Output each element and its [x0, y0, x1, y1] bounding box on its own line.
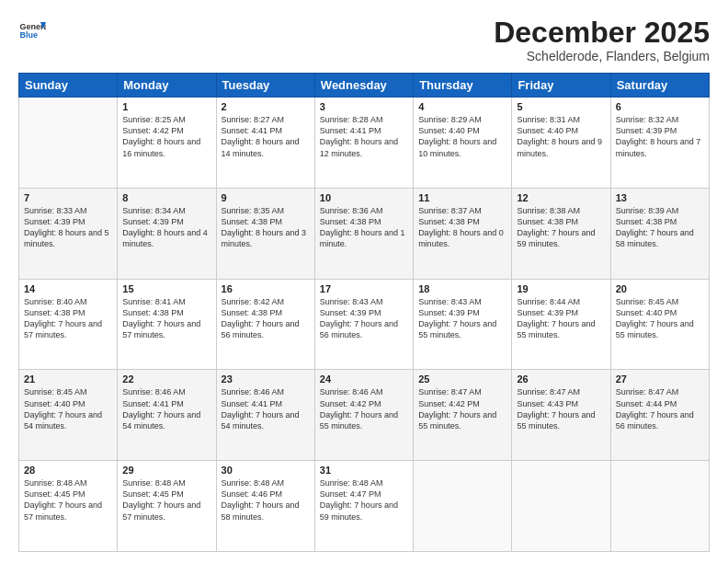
- day-number: 14: [24, 283, 112, 294]
- day-info: Sunrise: 8:48 AMSunset: 4:45 PMDaylight:…: [122, 477, 210, 523]
- day-number: 2: [222, 101, 310, 112]
- svg-text:Blue: Blue: [20, 30, 39, 40]
- day-info: Sunrise: 8:38 AMSunset: 4:38 PMDaylight:…: [517, 205, 605, 250]
- cell-1-4: 11Sunrise: 8:37 AMSunset: 4:38 PMDayligh…: [414, 188, 512, 279]
- cell-4-3: 31Sunrise: 8:48 AMSunset: 4:47 PMDayligh…: [314, 461, 413, 552]
- day-info: Sunrise: 8:43 AMSunset: 4:39 PMDaylight:…: [320, 296, 408, 341]
- cell-2-6: 20Sunrise: 8:45 AMSunset: 4:40 PMDayligh…: [610, 279, 709, 370]
- calendar-table: Sunday Monday Tuesday Wednesday Thursday…: [18, 73, 710, 552]
- day-number: 30: [222, 465, 310, 476]
- cell-2-0: 14Sunrise: 8:40 AMSunset: 4:38 PMDayligh…: [19, 279, 118, 370]
- day-number: 7: [24, 192, 112, 203]
- cell-1-2: 9Sunrise: 8:35 AMSunset: 4:38 PMDaylight…: [216, 188, 314, 279]
- day-info: Sunrise: 8:47 AMSunset: 4:44 PMDaylight:…: [616, 386, 704, 431]
- weekday-header-row: Sunday Monday Tuesday Wednesday Thursday…: [19, 74, 710, 98]
- cell-4-0: 28Sunrise: 8:48 AMSunset: 4:45 PMDayligh…: [19, 461, 118, 552]
- day-info: Sunrise: 8:40 AMSunset: 4:38 PMDaylight:…: [24, 296, 112, 341]
- header-friday: Friday: [512, 74, 610, 98]
- day-info: Sunrise: 8:36 AMSunset: 4:38 PMDaylight:…: [320, 205, 408, 250]
- day-info: Sunrise: 8:47 AMSunset: 4:43 PMDaylight:…: [517, 386, 605, 431]
- week-row-2: 14Sunrise: 8:40 AMSunset: 4:38 PMDayligh…: [19, 279, 710, 370]
- cell-3-2: 23Sunrise: 8:46 AMSunset: 4:41 PMDayligh…: [216, 370, 314, 461]
- day-info: Sunrise: 8:48 AMSunset: 4:45 PMDaylight:…: [24, 477, 112, 523]
- day-number: 18: [418, 283, 506, 294]
- day-number: 16: [222, 283, 310, 294]
- header-sunday: Sunday: [19, 74, 118, 98]
- day-number: 31: [320, 465, 408, 476]
- logo: General Blue: [18, 17, 46, 44]
- day-number: 13: [616, 192, 704, 203]
- cell-0-1: 1Sunrise: 8:25 AMSunset: 4:42 PMDaylight…: [118, 98, 216, 189]
- day-number: 20: [616, 283, 704, 294]
- week-row-3: 21Sunrise: 8:45 AMSunset: 4:40 PMDayligh…: [19, 370, 710, 461]
- day-info: Sunrise: 8:29 AMSunset: 4:40 PMDaylight:…: [418, 114, 506, 159]
- header: General Blue December 2025 Schelderode, …: [18, 17, 710, 63]
- week-row-0: 1Sunrise: 8:25 AMSunset: 4:42 PMDaylight…: [19, 98, 710, 189]
- day-info: Sunrise: 8:39 AMSunset: 4:38 PMDaylight:…: [616, 205, 704, 250]
- month-title: December 2025: [494, 17, 710, 49]
- day-number: 17: [320, 283, 408, 294]
- location-title: Schelderode, Flanders, Belgium: [494, 49, 710, 63]
- cell-0-6: 6Sunrise: 8:32 AMSunset: 4:39 PMDaylight…: [610, 98, 709, 189]
- day-info: Sunrise: 8:47 AMSunset: 4:42 PMDaylight:…: [418, 386, 506, 431]
- cell-2-5: 19Sunrise: 8:44 AMSunset: 4:39 PMDayligh…: [512, 279, 610, 370]
- header-saturday: Saturday: [610, 74, 709, 98]
- day-info: Sunrise: 8:46 AMSunset: 4:41 PMDaylight:…: [122, 386, 210, 431]
- day-info: Sunrise: 8:33 AMSunset: 4:39 PMDaylight:…: [24, 205, 112, 250]
- day-number: 5: [517, 101, 605, 112]
- day-number: 10: [320, 192, 408, 203]
- day-number: 4: [418, 101, 506, 112]
- day-info: Sunrise: 8:28 AMSunset: 4:41 PMDaylight:…: [320, 114, 408, 159]
- day-info: Sunrise: 8:42 AMSunset: 4:38 PMDaylight:…: [222, 296, 310, 341]
- day-number: 12: [517, 192, 605, 203]
- cell-3-5: 26Sunrise: 8:47 AMSunset: 4:43 PMDayligh…: [512, 370, 610, 461]
- cell-4-6: [610, 461, 709, 552]
- cell-0-4: 4Sunrise: 8:29 AMSunset: 4:40 PMDaylight…: [414, 98, 512, 189]
- cell-3-3: 24Sunrise: 8:46 AMSunset: 4:42 PMDayligh…: [314, 370, 413, 461]
- day-number: 11: [418, 192, 506, 203]
- day-number: 29: [122, 465, 210, 476]
- day-info: Sunrise: 8:45 AMSunset: 4:40 PMDaylight:…: [616, 296, 704, 341]
- header-monday: Monday: [118, 74, 216, 98]
- cell-2-1: 15Sunrise: 8:41 AMSunset: 4:38 PMDayligh…: [118, 279, 216, 370]
- day-info: Sunrise: 8:34 AMSunset: 4:39 PMDaylight:…: [122, 205, 210, 250]
- day-number: 8: [122, 192, 210, 203]
- cell-1-6: 13Sunrise: 8:39 AMSunset: 4:38 PMDayligh…: [610, 188, 709, 279]
- week-row-4: 28Sunrise: 8:48 AMSunset: 4:45 PMDayligh…: [19, 461, 710, 552]
- day-info: Sunrise: 8:45 AMSunset: 4:40 PMDaylight:…: [24, 386, 112, 431]
- day-number: 1: [122, 101, 210, 112]
- day-info: Sunrise: 8:46 AMSunset: 4:42 PMDaylight:…: [320, 386, 408, 431]
- cell-1-0: 7Sunrise: 8:33 AMSunset: 4:39 PMDaylight…: [19, 188, 118, 279]
- cell-1-1: 8Sunrise: 8:34 AMSunset: 4:39 PMDaylight…: [118, 188, 216, 279]
- cell-3-0: 21Sunrise: 8:45 AMSunset: 4:40 PMDayligh…: [19, 370, 118, 461]
- cell-0-5: 5Sunrise: 8:31 AMSunset: 4:40 PMDaylight…: [512, 98, 610, 189]
- day-info: Sunrise: 8:35 AMSunset: 4:38 PMDaylight:…: [222, 205, 310, 250]
- cell-2-2: 16Sunrise: 8:42 AMSunset: 4:38 PMDayligh…: [216, 279, 314, 370]
- day-number: 15: [122, 283, 210, 294]
- cell-1-3: 10Sunrise: 8:36 AMSunset: 4:38 PMDayligh…: [314, 188, 413, 279]
- day-number: 27: [616, 373, 704, 385]
- day-number: 22: [122, 373, 210, 385]
- day-info: Sunrise: 8:37 AMSunset: 4:38 PMDaylight:…: [418, 205, 506, 250]
- day-number: 19: [517, 283, 605, 294]
- day-info: Sunrise: 8:48 AMSunset: 4:47 PMDaylight:…: [320, 477, 408, 523]
- cell-4-4: [414, 461, 512, 552]
- cell-0-2: 2Sunrise: 8:27 AMSunset: 4:41 PMDaylight…: [216, 98, 314, 189]
- cell-4-1: 29Sunrise: 8:48 AMSunset: 4:45 PMDayligh…: [118, 461, 216, 552]
- day-info: Sunrise: 8:46 AMSunset: 4:41 PMDaylight:…: [222, 386, 310, 431]
- day-number: 6: [616, 101, 704, 112]
- day-number: 24: [320, 373, 408, 385]
- day-info: Sunrise: 8:44 AMSunset: 4:39 PMDaylight:…: [517, 296, 605, 341]
- cell-4-5: [512, 461, 610, 552]
- cell-2-4: 18Sunrise: 8:43 AMSunset: 4:39 PMDayligh…: [414, 279, 512, 370]
- title-area: December 2025 Schelderode, Flanders, Bel…: [494, 17, 710, 63]
- day-number: 28: [24, 465, 112, 476]
- cell-0-3: 3Sunrise: 8:28 AMSunset: 4:41 PMDaylight…: [314, 98, 413, 189]
- day-info: Sunrise: 8:32 AMSunset: 4:39 PMDaylight:…: [616, 114, 704, 159]
- header-thursday: Thursday: [414, 74, 512, 98]
- cell-0-0: [19, 98, 118, 189]
- header-tuesday: Tuesday: [216, 74, 314, 98]
- day-number: 26: [517, 373, 605, 385]
- week-row-1: 7Sunrise: 8:33 AMSunset: 4:39 PMDaylight…: [19, 188, 710, 279]
- day-info: Sunrise: 8:43 AMSunset: 4:39 PMDaylight:…: [418, 296, 506, 341]
